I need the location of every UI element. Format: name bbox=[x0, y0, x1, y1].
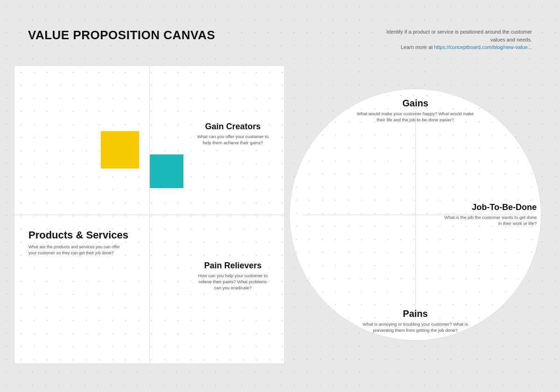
canvas-area: Gain Creators What can you offer your cu… bbox=[28, 65, 532, 364]
pains-title: Pains bbox=[355, 308, 476, 319]
vertical-divider bbox=[149, 66, 150, 364]
products-services-desc: What are the products and services you c… bbox=[28, 244, 122, 256]
job-to-be-done-title: Job-To-Be-Done bbox=[443, 203, 537, 212]
pains-desc: What is annoying or troubling your custo… bbox=[355, 321, 476, 334]
gains-desc: What would make your customer happy? Wha… bbox=[355, 111, 476, 123]
sticky-note-teal[interactable] bbox=[150, 154, 183, 188]
square-section: Gain Creators What can you offer your cu… bbox=[14, 65, 285, 364]
pain-relievers-title: Pain Relievers bbox=[196, 261, 270, 271]
page-container: VALUE PROPOSITION CANVAS Identify if a p… bbox=[0, 0, 560, 383]
page-description: Identify if a product or service is posi… bbox=[373, 28, 532, 51]
gain-creators-title: Gain Creators bbox=[196, 122, 270, 132]
page-header: VALUE PROPOSITION CANVAS Identify if a p… bbox=[28, 28, 532, 51]
page-title: VALUE PROPOSITION CANVAS bbox=[28, 28, 215, 42]
learn-more-link[interactable]: https://conceptboard.com/blog/new-value.… bbox=[434, 44, 532, 50]
gains-section: Gains What would make your customer happ… bbox=[355, 98, 476, 123]
job-to-be-done-desc: What is the job the customer wants to ge… bbox=[443, 214, 537, 227]
products-services-section: Products & Services What are the product… bbox=[28, 229, 136, 256]
sticky-note-yellow[interactable] bbox=[101, 131, 139, 168]
circle-section: Gains What would make your customer happ… bbox=[285, 65, 546, 364]
products-services-title: Products & Services bbox=[28, 229, 136, 241]
learn-more-prefix: Learn more at bbox=[401, 44, 434, 50]
square-content: Gain Creators What can you offer your cu… bbox=[14, 66, 284, 364]
pain-relievers-section: Pain Relievers How can you help your cus… bbox=[196, 261, 270, 291]
job-to-be-done-section: Job-To-Be-Done What is the job the custo… bbox=[443, 203, 537, 227]
pain-relievers-desc: How can you help your customer to reliev… bbox=[196, 273, 270, 291]
gain-creators-section: Gain Creators What can you offer your cu… bbox=[196, 122, 270, 146]
description-text: Identify if a product or service is posi… bbox=[386, 29, 532, 42]
gains-title: Gains bbox=[355, 98, 476, 109]
pains-section: Pains What is annoying or troubling your… bbox=[355, 308, 476, 334]
circle-vertical-divider bbox=[415, 109, 416, 320]
gain-creators-desc: What can you offer your customer to help… bbox=[196, 133, 270, 146]
